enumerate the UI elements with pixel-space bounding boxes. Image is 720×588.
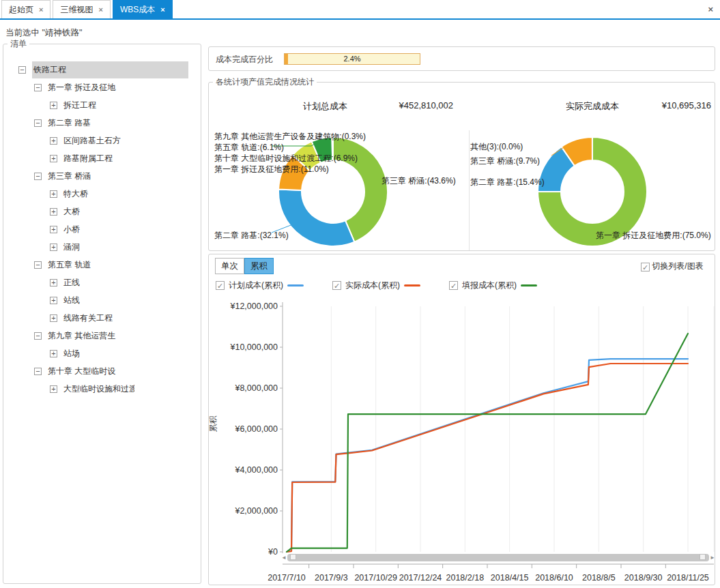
tree-item-label: 站场 (63, 348, 80, 359)
donut-callout-label: 其他(3):(0.0%) (470, 141, 523, 153)
expand-icon[interactable]: + (50, 244, 57, 251)
tree-row[interactable]: −第一章 拆迁及征地 (3, 78, 201, 96)
stats-legend: 各统计项产值完成情况统计 (213, 76, 317, 88)
series-checkbox[interactable]: ✓ (216, 281, 225, 290)
tree-item-label: 大型临时设施和过渡 (63, 383, 134, 395)
mode-single-button[interactable]: 单次 (215, 258, 244, 274)
donut-callout-label: 第二章 路基:(15.4%) (470, 177, 545, 188)
progress-percent: 2.4% (285, 54, 420, 64)
tree-item-label: 线路有关工程 (63, 312, 113, 324)
collapse-icon[interactable]: − (18, 66, 26, 74)
tree-row[interactable]: +正线 (3, 274, 201, 291)
expand-icon[interactable]: + (50, 314, 57, 322)
tree-row[interactable]: +特大桥 (3, 185, 201, 203)
legend-item: ✓计划成本(累积) (216, 280, 304, 291)
tree-row[interactable]: −第九章 其他运营生 (3, 327, 201, 344)
mode-cumulative-button[interactable]: 累积 (244, 258, 274, 274)
expand-icon[interactable]: + (50, 137, 57, 145)
expand-icon[interactable]: + (50, 208, 57, 216)
sidebar-legend: 清单 (8, 38, 29, 50)
cost-chart-panel: 单次累积 ✓ 切换列表/图表 ✓计划成本(累积)✓实际成本(累积)✓填报成本(累… (208, 254, 715, 585)
donut-callout-label: 第三章 桥涵:(9.7%) (470, 156, 540, 167)
expand-icon[interactable]: + (50, 279, 57, 286)
tree-item-label: 第一章 拆迁及征地 (48, 82, 115, 93)
tree-row[interactable]: −铁路工程 (3, 61, 201, 78)
x-tick-label: 2018/2/18 (446, 573, 485, 583)
tree-item-label: 第五章 轨道 (48, 259, 91, 271)
tree-item-label: 区间路基土石方 (63, 135, 121, 147)
donut-callout-label: 第五章 轨道:(6.1%) (214, 142, 284, 153)
y-tick-label: ¥4,000,000 (234, 465, 278, 475)
tree-row[interactable]: −第五章 轨道 (3, 256, 201, 274)
tree-item-label: 站线 (63, 295, 80, 306)
collapse-icon[interactable]: − (34, 368, 42, 375)
tree-row[interactable]: +大桥 (3, 203, 201, 220)
expand-icon[interactable]: + (50, 155, 57, 162)
scrollbar-track[interactable] (287, 554, 709, 561)
progress-bar: 2.4% (284, 53, 420, 65)
series-color-swatch (404, 284, 420, 286)
tree-row[interactable]: +小桥 (3, 220, 201, 238)
tab-close-icon[interactable]: × (98, 5, 102, 14)
tab-1[interactable]: 三维视图× (53, 0, 110, 18)
y-tick-label: ¥8,000,000 (234, 383, 278, 393)
tab-label: 起始页 (9, 4, 33, 16)
collapse-icon[interactable]: − (34, 173, 42, 180)
status-bar: 当前选中 "靖神铁路" (5, 27, 82, 39)
series-checkbox[interactable]: ✓ (449, 281, 458, 290)
progress-label: 成本完成百分比 (216, 54, 273, 65)
series-line (287, 334, 688, 552)
scroll-left-icon[interactable]: ◄ (281, 555, 287, 561)
collapse-icon[interactable]: − (34, 261, 42, 269)
tab-2[interactable]: WBS成本× (113, 0, 173, 18)
tab-close-icon[interactable]: × (39, 5, 43, 14)
expand-icon[interactable]: + (50, 226, 57, 233)
expand-icon[interactable]: + (50, 385, 57, 393)
donut-callout-label: 第十章 大型临时设施和过渡工程:(6.9%) (214, 153, 358, 164)
tree-row[interactable]: −第三章 桥涵 (3, 167, 201, 185)
range-handle-right[interactable] (700, 554, 706, 560)
tree-row[interactable]: −第二章 路基 (3, 114, 201, 132)
toggle-table-checkbox[interactable]: ✓ (641, 263, 650, 271)
donut-callout-label: 第一章 拆迁及征地费用:(75.0%) (596, 230, 711, 241)
donut-callout-label: 第九章 其他运营生产设备及建筑物:(0.3%) (214, 131, 366, 143)
sidebar-panel: 清单 −铁路工程−第一章 拆迁及征地+拆迁工程−第二章 路基+区间路基土石方+路… (3, 38, 201, 584)
tree-row[interactable]: +线路有关工程 (3, 309, 201, 327)
stats-panel: 各统计项产值完成情况统计 计划总成本 ¥452,810,002 实际完成成本 ¥… (208, 76, 715, 251)
expand-icon[interactable]: + (50, 297, 57, 304)
expand-icon[interactable]: + (50, 350, 57, 357)
tab-0[interactable]: 起始页× (1, 0, 51, 18)
y-tick-label: ¥6,000,000 (234, 424, 278, 434)
expand-icon[interactable]: + (50, 190, 57, 198)
tree-row[interactable]: +大型临时设施和过渡 (3, 380, 201, 398)
tree-row[interactable]: +站线 (3, 291, 201, 309)
tree-row[interactable]: +拆迁工程 (3, 96, 201, 114)
time-range-scrollbar[interactable]: ◄ ► (281, 553, 715, 563)
x-tick-label: 2017/12/24 (399, 573, 442, 583)
collapse-icon[interactable]: − (34, 332, 42, 340)
tree-row[interactable]: −第十章 大型临时设 (3, 362, 201, 380)
tree-row[interactable]: +涵洞 (3, 238, 201, 256)
donut-callout-label: 第二章 路基:(32.1%) (214, 230, 289, 241)
tree-row[interactable]: +路基附属工程 (3, 149, 201, 167)
close-all-icon[interactable]: × (708, 4, 713, 14)
tree-item-label: 铁路工程 (32, 61, 188, 78)
series-label: 实际成本(累积) (345, 280, 400, 291)
legend-item: ✓填报成本(累积) (449, 280, 537, 291)
tab-close-icon[interactable]: × (160, 5, 164, 14)
range-handle-left[interactable] (290, 554, 296, 560)
expand-icon[interactable]: + (50, 102, 57, 109)
scroll-right-icon[interactable]: ► (710, 555, 715, 561)
collapse-icon[interactable]: − (34, 84, 42, 91)
x-tick-label: 2017/7/10 (268, 573, 306, 583)
y-tick-label: ¥10,000,000 (229, 342, 278, 352)
tree-row[interactable]: +站场 (3, 344, 201, 362)
tree-row[interactable]: +区间路基土石方 (3, 132, 201, 149)
collapse-icon[interactable]: − (34, 119, 42, 127)
y-tick-label: ¥12,000,000 (229, 302, 278, 311)
tree-item-label: 拆迁工程 (63, 100, 96, 111)
tree-item-label: 涵洞 (63, 241, 80, 253)
series-checkbox[interactable]: ✓ (332, 281, 341, 290)
legend-item: ✓实际成本(累积) (332, 280, 420, 291)
tab-strip: 起始页×三维视图×WBS成本× (0, 0, 720, 18)
